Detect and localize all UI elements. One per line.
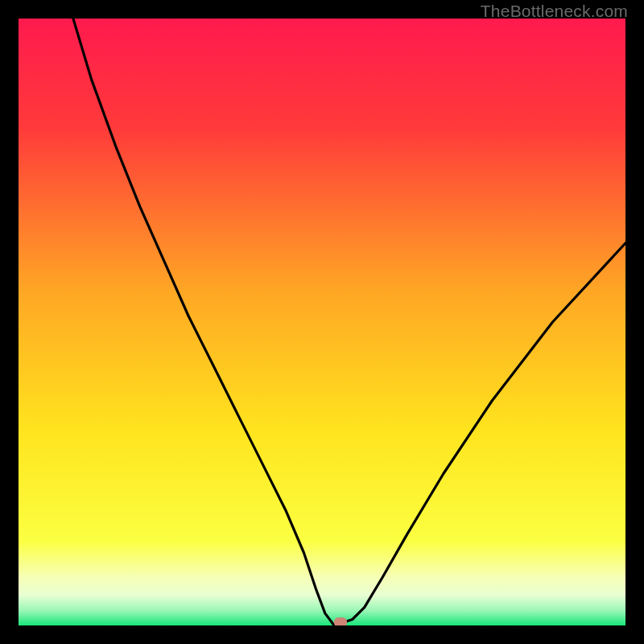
chart-frame: TheBottleneck.com [0, 0, 644, 644]
plot-area [19, 19, 625, 625]
watermark-text: TheBottleneck.com [481, 2, 628, 21]
bottleneck-curve [19, 19, 625, 625]
optimum-marker [334, 617, 347, 625]
curve-path [73, 19, 625, 625]
